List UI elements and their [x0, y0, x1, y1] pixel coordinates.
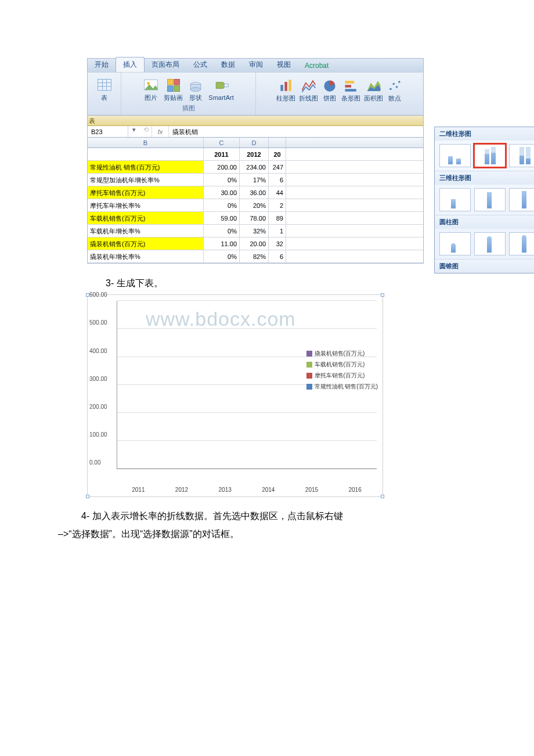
legend-swatch-icon [306, 351, 312, 357]
y-tick-label: 600.00 [89, 291, 107, 298]
cell[interactable]: 常规性油机 销售(百万元) [88, 161, 204, 173]
cell[interactable]: 200.00 [204, 161, 240, 173]
chart-legend: 撬装机销售(百万元)车载机销售(百万元)摩托车销售(百万元)常规性油机 销售(百… [306, 347, 378, 393]
tab-formulas[interactable]: 公式 [186, 57, 214, 72]
cell[interactable]: 6 [269, 174, 286, 186]
svg-point-28 [398, 81, 400, 83]
tab-acrobat[interactable]: Acrobat [298, 59, 335, 72]
legend-label: 车载机销售(百万元) [315, 361, 365, 369]
svg-rect-7 [167, 79, 173, 85]
cell[interactable]: 0% [204, 199, 240, 211]
cell[interactable]: 摩托车年增长率% [88, 199, 204, 211]
svg-point-27 [396, 86, 398, 88]
cell[interactable]: 撬装机销售(百万元) [88, 237, 204, 250]
picture-button[interactable]: 图片 [143, 77, 159, 101]
cell[interactable]: 0% [204, 250, 240, 262]
year-2011[interactable]: 2011 [204, 148, 240, 160]
table-row: 常规性油机 销售(百万元)200.00234.00247 [88, 161, 423, 174]
chart-2d-100stacked[interactable] [509, 144, 534, 167]
cell[interactable]: 车载机销售(百万元) [88, 212, 204, 224]
cell[interactable]: 89 [269, 212, 286, 224]
year-header-row: 2011 2012 20 [88, 148, 423, 161]
cell[interactable]: 6 [269, 250, 286, 262]
y-tick-label: 100.00 [89, 431, 107, 438]
cell[interactable]: 常规型加油机年增长率% [88, 174, 204, 186]
namebox-dropdown-icon[interactable]: ▾ [128, 126, 140, 137]
tab-review[interactable]: 审阅 [242, 57, 270, 72]
cell[interactable]: 78.00 [240, 212, 269, 224]
cell[interactable]: 247 [269, 161, 286, 173]
chart-cyl-100stacked[interactable] [509, 232, 534, 255]
selection-handle[interactable] [381, 495, 384, 498]
tab-data[interactable]: 数据 [214, 57, 242, 72]
cell[interactable]: 0% [204, 225, 240, 237]
selection-handle[interactable] [86, 495, 89, 498]
cell[interactable]: 2 [269, 199, 286, 211]
cell[interactable]: 36.00 [240, 186, 269, 199]
legend-swatch-icon [306, 373, 312, 379]
column-chart-button[interactable]: 柱形图 [276, 78, 295, 102]
cell[interactable]: 1 [269, 225, 286, 237]
area-chart-button[interactable]: 面积图 [364, 78, 383, 102]
cell[interactable]: 0% [204, 174, 240, 186]
cell[interactable]: 32 [269, 237, 286, 250]
tab-home[interactable]: 开始 [88, 57, 116, 72]
shapes-button[interactable]: 形状 [187, 77, 204, 101]
table-label: 表 [101, 95, 107, 101]
chart-3d-stacked[interactable] [474, 188, 506, 211]
cell[interactable]: 摩托车销售(百万元) [88, 186, 204, 199]
year-partial[interactable]: 20 [269, 148, 286, 160]
tab-insert[interactable]: 插入 [116, 57, 145, 72]
tab-view[interactable]: 视图 [270, 57, 298, 72]
smartart-button[interactable]: SmartArt [208, 77, 233, 101]
col-header-e[interactable] [269, 138, 286, 147]
pie-chart-button[interactable]: 饼图 [322, 78, 338, 102]
svg-rect-17 [284, 82, 287, 91]
cell[interactable]: 20% [240, 199, 269, 211]
cell[interactable]: 11.00 [204, 237, 240, 250]
bar-chart-button[interactable]: 条形图 [341, 78, 360, 102]
cell[interactable]: 17% [240, 174, 269, 186]
cell[interactable]: 30.00 [204, 186, 240, 199]
fx-label[interactable]: fx [151, 126, 169, 137]
line-chart-label: 折线图 [299, 95, 318, 102]
chart-cyl-clustered[interactable] [439, 232, 471, 255]
selection-handle[interactable] [86, 293, 89, 297]
generated-chart[interactable]: www.bdocx.com 0.00100.00200.00300.00400.… [87, 294, 383, 497]
chart-2d-clustered[interactable] [439, 144, 471, 167]
tab-pagelayout[interactable]: 页面布局 [145, 57, 186, 72]
dd-section-2d: 二维柱形图 [435, 127, 534, 141]
col-header-c[interactable]: C [204, 138, 240, 147]
shapes-label: 形状 [189, 95, 202, 101]
table-button[interactable]: 表 [96, 77, 113, 101]
chart-cyl-stacked[interactable] [474, 232, 506, 255]
svg-rect-16 [280, 85, 283, 91]
svg-rect-20 [345, 81, 354, 83]
selection-handle[interactable] [381, 293, 384, 297]
col-header-d[interactable]: D [240, 138, 269, 147]
cell[interactable]: 20.00 [240, 237, 269, 250]
clipart-button[interactable]: 剪贴画 [164, 77, 183, 101]
year-2012[interactable]: 2012 [240, 148, 269, 160]
cell[interactable]: 32% [240, 225, 269, 237]
legend-swatch-icon [306, 362, 312, 368]
cell[interactable]: 撬装机年增长率% [88, 250, 204, 262]
scatter-chart-button[interactable]: 散点 [387, 78, 403, 102]
legend-label: 撬装机销售(百万元) [315, 350, 365, 358]
y-tick-label: 400.00 [89, 347, 107, 354]
cell[interactable]: 车载机年增长率% [88, 225, 204, 237]
cell[interactable]: 44 [269, 186, 286, 199]
chart-3d-clustered[interactable] [439, 188, 471, 211]
formula-value[interactable]: 撬装机销 [169, 126, 423, 137]
cell[interactable]: 82% [240, 250, 269, 262]
excel-screenshot: 开始 插入 页面布局 公式 数据 审阅 视图 Acrobat 表 [0, 58, 534, 264]
cell[interactable]: 59.00 [204, 212, 240, 224]
cell[interactable]: 234.00 [240, 161, 269, 173]
line-chart-button[interactable]: 折线图 [299, 78, 318, 102]
name-box[interactable]: B23 [88, 126, 128, 137]
svg-rect-10 [174, 85, 180, 91]
chart-3d-100stacked[interactable] [509, 188, 534, 211]
col-header-b[interactable]: B [88, 138, 204, 147]
chart-2d-stacked[interactable] [474, 144, 506, 167]
formula-cancel-icon[interactable]: ⟲ [140, 126, 151, 137]
